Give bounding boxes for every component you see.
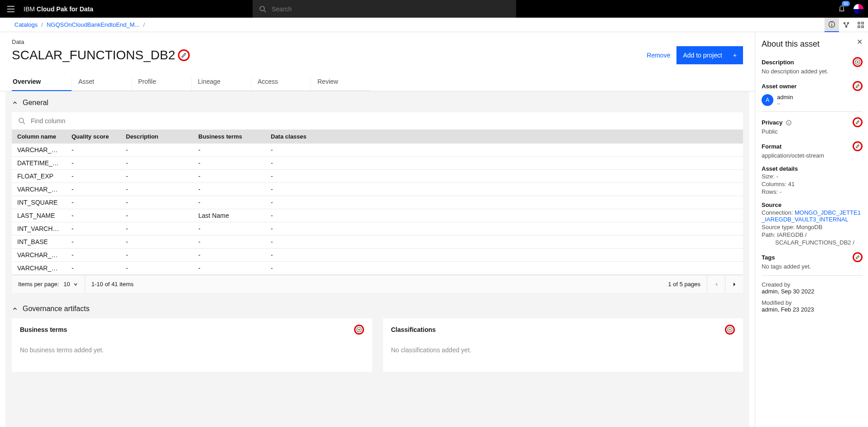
prev-page-button[interactable] xyxy=(707,275,725,293)
svg-point-0 xyxy=(260,6,264,11)
settings-icon[interactable] xyxy=(854,18,868,32)
relationships-icon[interactable] xyxy=(839,18,854,32)
right-icon-rail xyxy=(825,18,868,32)
bt-label: Business terms xyxy=(20,326,67,333)
table-row[interactable]: VARCHAR_UCASE---- xyxy=(12,183,743,196)
search-input[interactable] xyxy=(271,5,510,13)
edit-tags-button[interactable] xyxy=(853,252,863,262)
info-icon[interactable] xyxy=(786,120,791,125)
table-row[interactable]: LAST_NAME--Last Name- xyxy=(12,209,743,222)
info-panel-toggle[interactable] xyxy=(825,18,839,32)
breadcrumb-link-catalogs[interactable]: Catalogs xyxy=(14,21,38,28)
page-title: SCALAR_FUNCTIONS_DB2 xyxy=(12,48,175,62)
edit-privacy-button[interactable] xyxy=(853,117,863,127)
classifications-card: Classifications No classifications added… xyxy=(383,318,743,372)
table-row[interactable]: FLOAT_EXP---- xyxy=(12,170,743,183)
format-value: application/octet-stream xyxy=(762,152,863,159)
conn-label: Connection: xyxy=(762,209,795,216)
table-row[interactable]: DATETIME_BAS...---- xyxy=(12,157,743,170)
svg-rect-12 xyxy=(862,26,863,28)
table-cell: - xyxy=(265,209,743,222)
table-row[interactable]: VARCHAR_SUBS...---- xyxy=(12,144,743,157)
tab-profile[interactable]: Profile xyxy=(131,78,191,91)
table-cell: DATETIME_BAS... xyxy=(12,157,66,170)
table-cell: Last Name xyxy=(193,209,265,222)
add-description-button[interactable] xyxy=(853,57,863,67)
table-cell: - xyxy=(265,183,743,196)
owner-avatar: A xyxy=(762,94,773,106)
table-cell: - xyxy=(193,262,265,275)
format-label: Format xyxy=(762,143,782,150)
table-cell: - xyxy=(265,235,743,249)
table-cell: - xyxy=(66,249,120,262)
th-quality[interactable]: Quality score xyxy=(66,130,120,144)
owner-name: admin xyxy=(777,94,793,101)
modified-label: Modified by xyxy=(762,299,863,306)
global-search[interactable] xyxy=(253,0,516,18)
tab-overview[interactable]: Overview xyxy=(12,78,72,91)
th-column-name[interactable]: Column name xyxy=(12,130,66,144)
governance-label: Governance artifacts xyxy=(23,305,90,313)
pagination: Items per page: 10 1-10 of 41 items 1 of… xyxy=(12,275,743,293)
th-data-classes[interactable]: Data classes xyxy=(265,130,743,144)
table-row[interactable]: VARCHAR_DATE---- xyxy=(12,249,743,262)
svg-line-14 xyxy=(23,122,25,124)
table-cell: - xyxy=(265,249,743,262)
avatar[interactable] xyxy=(854,4,863,14)
remove-button[interactable]: Remove xyxy=(647,52,670,59)
table-cell: INT_SQUARE xyxy=(12,196,66,209)
edit-format-button[interactable] xyxy=(853,141,863,151)
table-row[interactable]: INT_VARCHAR_...---- xyxy=(12,222,743,235)
add-to-project-button[interactable]: Add to project + xyxy=(676,46,743,64)
title-left: SCALAR_FUNCTIONS_DB2 xyxy=(12,48,190,62)
notifications-icon[interactable]: 50 xyxy=(838,4,845,14)
table-cell: - xyxy=(120,157,193,170)
table-cell: INT_BASE xyxy=(12,235,66,249)
owner-label: Asset owner xyxy=(762,83,796,90)
add-classification-button[interactable] xyxy=(725,325,735,335)
cl-empty: No classifications added yet. xyxy=(391,346,735,354)
th-description[interactable]: Description xyxy=(120,130,193,144)
table-cell: - xyxy=(66,222,120,235)
table-cell: - xyxy=(120,196,193,209)
table-cell: - xyxy=(66,144,120,157)
tab-asset[interactable]: Asset xyxy=(72,78,131,91)
next-page-button[interactable] xyxy=(725,275,743,293)
th-business-terms[interactable]: Business terms xyxy=(193,130,265,144)
title-row: SCALAR_FUNCTIONS_DB2 Remove Add to proje… xyxy=(12,46,743,64)
size-value: Size: - xyxy=(762,173,863,180)
table-cell: VARCHAR_UCASE xyxy=(12,183,66,196)
notif-badge: 50 xyxy=(842,1,850,6)
tab-lineage[interactable]: Lineage xyxy=(191,78,251,91)
close-icon[interactable]: ✕ xyxy=(857,38,863,46)
plus-icon: + xyxy=(733,52,737,59)
governance-heading[interactable]: Governance artifacts xyxy=(12,305,743,313)
cols-value: Columns: 41 xyxy=(762,181,863,187)
table-cell: - xyxy=(120,235,193,249)
ipp-select[interactable]: 10 xyxy=(63,281,78,288)
breadcrumb-link-catalog[interactable]: NGQSOnCloudBankEndtoEnd_M... xyxy=(47,21,139,28)
edit-title-button[interactable] xyxy=(178,49,190,61)
business-terms-card: Business terms No business terms added y… xyxy=(12,318,372,372)
general-heading[interactable]: General xyxy=(12,99,743,107)
column-search-input[interactable] xyxy=(30,117,737,125)
search-icon xyxy=(18,117,25,125)
table-row[interactable]: INT_BASE---- xyxy=(12,235,743,249)
search-icon xyxy=(259,5,266,13)
table-cell: LAST_NAME xyxy=(12,209,66,222)
table-cell: - xyxy=(120,170,193,183)
menu-icon[interactable] xyxy=(5,4,15,14)
body: Data SCALAR_FUNCTIONS_DB2 Remove Add to … xyxy=(0,32,868,427)
add-business-term-button[interactable] xyxy=(354,325,364,335)
tab-review[interactable]: Review xyxy=(311,78,370,91)
table-cell: - xyxy=(66,183,120,196)
table-row[interactable]: VARCHAR_LEN---- xyxy=(12,262,743,275)
table-row[interactable]: INT_SQUARE---- xyxy=(12,196,743,209)
tab-access[interactable]: Access xyxy=(251,78,311,91)
chevron-down-icon xyxy=(73,282,78,287)
privacy-value: Public xyxy=(762,128,863,135)
edit-owner-button[interactable] xyxy=(853,81,863,91)
bt-empty: No business terms added yet. xyxy=(20,346,364,354)
table-cell: - xyxy=(120,183,193,196)
column-search[interactable] xyxy=(12,112,743,130)
